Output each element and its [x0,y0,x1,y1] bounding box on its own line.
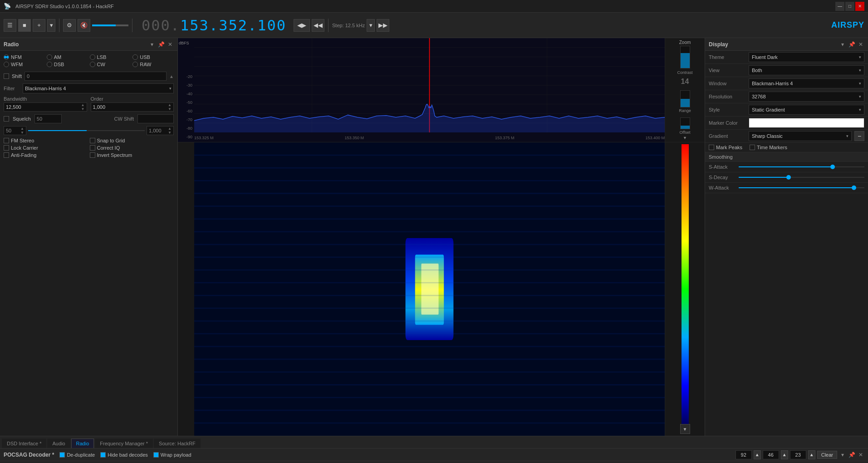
contrast-value[interactable]: 14 [681,78,689,86]
menu-button[interactable]: ☰ [4,19,16,32]
squelch-max-down[interactable]: ▼ [168,131,172,135]
cw-shift-input[interactable] [137,114,174,123]
tab-radio[interactable]: Radio [71,439,94,448]
mode-cw[interactable]: CW [90,62,131,67]
lock-carrier-checkbox[interactable] [4,145,9,151]
order-spin-up[interactable]: ▲ [168,103,172,107]
waterfall-scroll-down[interactable]: ▼ [680,424,690,434]
mode-lsb[interactable]: LSB [90,54,131,60]
squelch-checkbox[interactable] [4,116,9,122]
squelch-input[interactable] [34,114,62,123]
fast-forward-button[interactable]: ▶▶ [377,19,389,32]
wrap-payload-checkbox[interactable] [153,452,159,458]
pocsag-num3-btn[interactable]: ▲ [808,450,815,459]
display-collapse[interactable]: ▾ [839,41,846,48]
s-attack-slider[interactable] [739,166,864,167]
tab-freq-manager[interactable]: Frequency Manager * [95,439,153,448]
view-select[interactable]: Both ▾ [749,65,864,75]
marker-color-swatch[interactable] [749,118,864,128]
w-attack-slider[interactable] [739,187,864,188]
pocsag-num1-btn[interactable]: ▲ [754,450,761,459]
mode-raw[interactable]: RAW [132,62,174,67]
squelch-max-up[interactable]: ▲ [168,127,172,131]
gradient-select[interactable]: Sharp Classic ▾ [749,131,852,141]
tab-dsd[interactable]: DSD Interface * [2,439,46,448]
window-select[interactable]: Blackman-Harris 4 ▾ [749,78,864,88]
invert-spectrum-checkbox[interactable] [90,152,95,158]
fm-stereo-checkbox[interactable] [4,138,9,143]
range-slider[interactable] [680,90,690,107]
volume-slider-track[interactable] [92,24,128,26]
squelch-spin-down[interactable]: ▼ [20,131,24,135]
squelch-slider-track[interactable] [28,130,145,131]
mode-nfm[interactable]: NFM [4,54,45,60]
pocsag-num1[interactable]: 92 [736,450,752,459]
deduplicate-option[interactable]: De-duplicate [59,452,95,458]
dropdown-button[interactable]: ▾ [47,19,55,32]
pocsag-pin[interactable]: 📌 [848,451,855,458]
snap-grid-checkbox[interactable] [90,138,95,143]
nav-leftright-button[interactable]: ◀▶ [294,19,310,32]
pocsag-num2[interactable]: 46 [763,450,779,459]
gradient-minus-button[interactable]: − [854,131,864,141]
order-input[interactable]: 1,000 ▲ ▼ [91,102,174,112]
deduplicate-checkbox[interactable] [59,452,65,458]
pocsag-collapse[interactable]: ▾ [839,451,846,458]
pocsag-num2-btn[interactable]: ▲ [781,450,788,459]
maximize-button[interactable]: □ [845,2,854,11]
tab-audio[interactable]: Audio [47,439,70,448]
mark-peaks-checkbox[interactable] [709,145,714,150]
bandwidth-spin-up[interactable]: ▲ [81,103,85,107]
squelch-max-box[interactable]: 1,000 ▲ ▼ [147,126,174,135]
style-select[interactable]: Static Gradient ▾ [749,105,864,115]
invert-spectrum-option[interactable]: Invert Spectrum [90,152,174,158]
close-button[interactable]: ✕ [855,2,864,11]
squelch-value-box[interactable]: 50 ▲ ▼ [4,126,26,135]
snap-grid-option[interactable]: Snap to Grid [90,138,174,143]
mode-wfm[interactable]: WFM [4,62,45,67]
anti-fading-checkbox[interactable] [4,152,9,158]
offset-slider[interactable] [680,117,690,129]
display-pin[interactable]: 📌 [848,41,855,48]
anti-fading-option[interactable]: Anti-Fading [4,152,88,158]
order-spin-down[interactable]: ▼ [168,107,172,111]
wrap-payload-option[interactable]: Wrap payload [153,452,191,458]
add-button[interactable]: + [33,19,45,32]
mute-button[interactable]: 🔇 [78,19,90,32]
scroll-down-icon[interactable]: ▼ [683,136,687,140]
filter-select[interactable]: Blackman-Harris 4 ▾ [23,83,174,93]
correct-iq-option[interactable]: Correct IQ [90,145,174,151]
shift-input[interactable] [25,72,167,81]
settings-button[interactable]: ⚙ [63,19,76,32]
stop-button[interactable]: ■ [18,19,31,32]
resolution-select[interactable]: 32768 ▾ [749,92,864,102]
minimize-button[interactable]: — [835,2,844,11]
mark-peaks-option[interactable]: Mark Peaks [709,145,742,150]
contrast-slider[interactable] [680,46,690,68]
squelch-spin-up[interactable]: ▲ [20,127,24,131]
bandwidth-input[interactable]: 12,500 ▲ ▼ [4,102,87,112]
hide-bad-option[interactable]: Hide bad decodes [100,452,148,458]
clear-button[interactable]: Clear [817,451,837,459]
pocsag-num3[interactable]: 23 [790,450,806,459]
fm-stereo-option[interactable]: FM Stereo [4,138,88,143]
lock-carrier-option[interactable]: Lock Carrier [4,145,88,151]
step-dropdown-button[interactable]: ▾ [367,19,375,32]
pocsag-close[interactable]: ✕ [857,451,864,458]
tab-source[interactable]: Source: HackRF [154,439,201,448]
radio-panel-collapse[interactable]: ▾ [148,41,156,48]
time-markers-option[interactable]: Time Markers [750,145,787,150]
s-decay-slider[interactable] [739,177,864,178]
display-close[interactable]: ✕ [857,41,864,48]
mode-usb[interactable]: USB [132,54,174,60]
mode-am[interactable]: AM [47,54,88,60]
theme-select[interactable]: Fluent Dark ▾ [749,52,864,62]
rewind-button[interactable]: ◀◀ [312,19,324,32]
hide-bad-checkbox[interactable] [100,452,106,458]
radio-panel-pin[interactable]: 📌 [157,41,165,48]
shift-checkbox[interactable] [4,73,9,79]
correct-iq-checkbox[interactable] [90,145,95,151]
mode-dsb[interactable]: DSB [47,62,88,67]
radio-panel-close[interactable]: ✕ [167,41,174,48]
shift-spin-up[interactable]: ▲ [169,74,174,79]
